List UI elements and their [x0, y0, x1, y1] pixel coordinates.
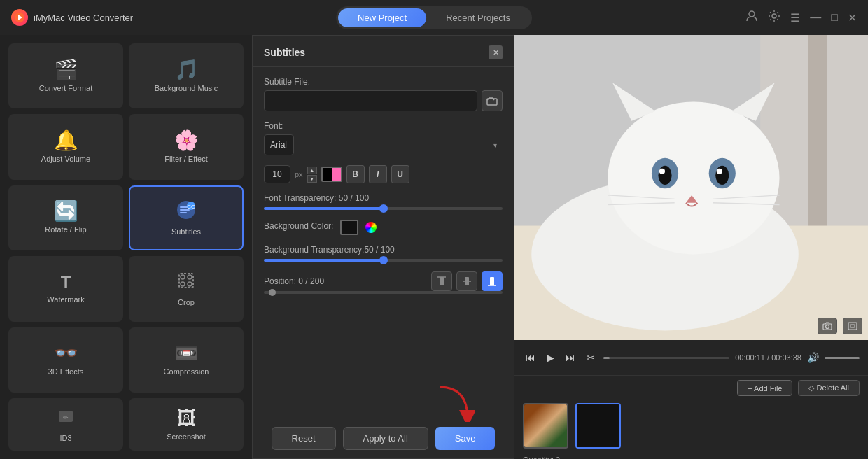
- svg-point-36: [659, 169, 665, 174]
- bold-button[interactable]: B: [346, 165, 365, 183]
- file-thumbnails: [514, 400, 868, 451]
- font-color-swatch[interactable]: [321, 167, 342, 182]
- sidebar-item-subtitles[interactable]: CC Subtitles: [129, 185, 244, 250]
- svg-point-11: [181, 275, 185, 279]
- font-transparency-label: Font Transparency: 50 / 100: [264, 193, 503, 203]
- save-button[interactable]: Save: [435, 427, 496, 450]
- sidebar-item-compression[interactable]: 📼 Compression: [129, 327, 244, 393]
- font-select-wrap: Arial: [264, 134, 503, 155]
- background-color-field: Background Color:: [264, 220, 503, 235]
- skip-forward-button[interactable]: ⏭: [563, 349, 578, 366]
- screenshot-icon: 🖼: [176, 409, 196, 428]
- svg-point-2: [749, 11, 755, 17]
- sidebar-item-watermark[interactable]: T Watermark: [8, 256, 123, 321]
- position-slider-thumb[interactable]: [269, 289, 276, 296]
- thumbnail-1[interactable]: [523, 403, 568, 449]
- minimize-button[interactable]: —: [810, 11, 821, 24]
- position-slider-track: [264, 291, 503, 294]
- align-top-button[interactable]: [431, 271, 452, 291]
- sidebar-label-crop: Crop: [178, 298, 195, 306]
- svg-point-35: [715, 166, 729, 185]
- fullscreen-button[interactable]: [843, 318, 862, 334]
- volume-icon: 🔊: [807, 352, 819, 363]
- hamburger-icon[interactable]: ☰: [790, 11, 800, 24]
- progress-bar-track[interactable]: [603, 357, 729, 359]
- id3-icon: ✏: [56, 407, 76, 430]
- user-icon[interactable]: [746, 10, 758, 25]
- align-center-button[interactable]: [456, 271, 477, 291]
- close-button[interactable]: ✕: [848, 11, 857, 24]
- video-controls: ⏮ ▶ ⏭ ✂ 00:00:11 / 00:03:38 🔊: [514, 340, 868, 375]
- subtitle-file-input[interactable]: [264, 90, 477, 111]
- svg-rect-18: [440, 277, 444, 285]
- sidebar-label-screenshot: Screenshot: [167, 432, 206, 441]
- settings-icon[interactable]: [768, 10, 780, 25]
- position-align-buttons: [431, 271, 503, 291]
- apply-to-all-button[interactable]: Apply to All: [343, 427, 428, 450]
- thumbnail-1-image: [524, 404, 567, 447]
- font-size-input[interactable]: [264, 165, 290, 183]
- compression-icon: 📼: [174, 344, 199, 363]
- background-transparency-slider[interactable]: [264, 259, 503, 262]
- font-size-stepper: ▲ ▼: [307, 167, 317, 183]
- dialog-title: Subtitles: [264, 47, 305, 58]
- reset-button[interactable]: Reset: [272, 427, 336, 450]
- dialog-close-button[interactable]: ✕: [489, 45, 503, 59]
- rotate-flip-icon: 🔄: [54, 202, 78, 221]
- font-controls-row: px ▲ ▼ B I U: [264, 165, 503, 183]
- position-row: Position: 0 / 200: [264, 271, 503, 291]
- adjust-volume-icon: 🔔: [54, 131, 78, 150]
- window-controls: ☰ — □ ✕: [746, 10, 857, 25]
- time-total: 00:03:38: [771, 353, 802, 362]
- skip-back-button[interactable]: ⏮: [523, 349, 538, 366]
- sidebar-item-filter-effect[interactable]: 🌸 Filter / Effect: [129, 114, 244, 179]
- file-browse-button[interactable]: [482, 90, 503, 111]
- svg-point-34: [658, 166, 671, 185]
- svg-text:CC: CC: [187, 204, 195, 210]
- subtitle-file-input-row: [264, 90, 503, 111]
- sidebar-item-convert-format[interactable]: 🎬 Convert Format: [8, 43, 123, 108]
- svg-point-12: [188, 275, 192, 279]
- font-select[interactable]: Arial: [264, 134, 294, 155]
- italic-button[interactable]: I: [369, 165, 387, 183]
- recent-projects-tab[interactable]: Recent Projects: [426, 8, 530, 27]
- main-layout: 🎬 Convert Format 🎵 Background Music 🔔 Ad…: [0, 35, 868, 459]
- time-display: 00:00:11 / 00:03:38: [735, 353, 802, 362]
- file-quantity: Quantity: 2: [514, 451, 868, 459]
- app-title: iMyMac Video Converter: [34, 13, 133, 23]
- background-color-picker[interactable]: [365, 222, 377, 233]
- volume-slider[interactable]: [825, 357, 860, 359]
- sidebar-label-adjust-volume: Adjust Volume: [41, 155, 90, 163]
- screenshot-capture-button[interactable]: [818, 318, 837, 334]
- align-bottom-button[interactable]: [482, 271, 503, 291]
- add-file-button[interactable]: + Add File: [737, 380, 792, 396]
- new-project-tab[interactable]: New Project: [338, 8, 426, 27]
- stepper-down[interactable]: ▼: [307, 175, 317, 183]
- font-transparency-slider[interactable]: [264, 207, 503, 210]
- cut-button[interactable]: ✂: [584, 349, 598, 366]
- sidebar-item-id3[interactable]: ✏ ID3: [8, 398, 123, 451]
- sidebar-item-3d-effects[interactable]: 👓 3D Effects: [8, 327, 123, 393]
- position-field: Position: 0 / 200: [264, 271, 503, 294]
- svg-rect-17: [487, 99, 497, 105]
- sidebar-item-background-music[interactable]: 🎵 Background Music: [129, 43, 244, 108]
- svg-point-3: [772, 14, 776, 18]
- stepper-up[interactable]: ▲: [307, 167, 317, 174]
- background-transparency-label: Background Transparency:50 / 100: [264, 245, 503, 255]
- sidebar-item-screenshot[interactable]: 🖼 Screenshot: [129, 398, 244, 451]
- sidebar-item-rotate-flip[interactable]: 🔄 Rotate / Flip: [8, 185, 123, 250]
- sidebar-item-crop[interactable]: Crop: [129, 256, 244, 321]
- progress-bar-fill: [603, 357, 610, 359]
- file-manager-toolbar: + Add File ◇ Delete All: [514, 376, 868, 400]
- thumbnail-2[interactable]: [575, 403, 621, 449]
- maximize-button[interactable]: □: [831, 11, 838, 24]
- background-color-swatch[interactable]: [340, 220, 358, 235]
- font-label: Font:: [264, 121, 503, 131]
- svg-rect-22: [490, 277, 494, 285]
- sidebar-label-subtitles: Subtitles: [172, 227, 201, 236]
- delete-all-button[interactable]: ◇ Delete All: [798, 380, 860, 396]
- play-button[interactable]: ▶: [544, 349, 557, 366]
- app-logo: [11, 9, 28, 26]
- underline-button[interactable]: U: [391, 165, 410, 183]
- sidebar-item-adjust-volume[interactable]: 🔔 Adjust Volume: [8, 114, 123, 179]
